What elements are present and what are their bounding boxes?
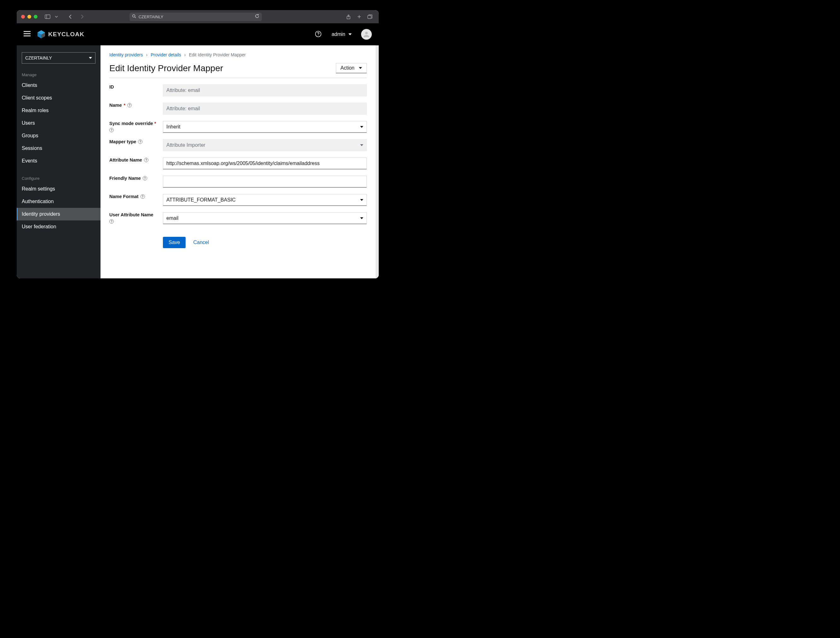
brand-logo[interactable]: KEYCLOAK: [36, 29, 84, 39]
chevron-right-icon: ›: [184, 52, 186, 57]
help-icon[interactable]: ?: [109, 128, 114, 132]
breadcrumb: Identity providers › Provider details › …: [109, 52, 367, 57]
svg-point-18: [365, 32, 368, 34]
save-button[interactable]: Save: [163, 237, 185, 248]
titlebar: [17, 10, 379, 23]
sidebar-item-label: Realm settings: [22, 186, 55, 192]
name-field: Attribute: email: [163, 103, 367, 115]
user-attribute-name-select[interactable]: email: [163, 212, 367, 224]
nav-menu-button[interactable]: [24, 30, 30, 38]
label-name-format: Name Format ?: [109, 194, 157, 199]
svg-marker-19: [89, 57, 92, 59]
sidebar-toggle-icon[interactable]: [43, 13, 52, 21]
sidebar-item-clients[interactable]: Clients: [17, 79, 101, 92]
form-row-mapper-type: Mapper type ? Attribute Importer: [109, 139, 367, 151]
help-icon[interactable]: ?: [109, 219, 114, 224]
sidebar-item-sessions[interactable]: Sessions: [17, 142, 101, 155]
svg-marker-20: [359, 67, 362, 69]
friendly-name-input[interactable]: [166, 176, 363, 187]
help-icon[interactable]: ?: [144, 158, 149, 162]
label-attribute-name: Attribute Name ?: [109, 158, 157, 163]
minimize-window-icon[interactable]: [27, 15, 31, 19]
field-value: Attribute: email: [166, 88, 200, 93]
mapper-type-select: Attribute Importer: [163, 139, 367, 151]
help-icon[interactable]: ?: [143, 176, 147, 180]
sidebar-item-label: Identity providers: [22, 211, 60, 217]
sidebar-item-realm-roles[interactable]: Realm roles: [17, 104, 101, 117]
user-menu[interactable]: admin: [331, 32, 352, 37]
sidebar-item-label: Client scopes: [22, 95, 52, 101]
tab-overview-icon[interactable]: [365, 13, 374, 21]
label-text: Mapper type: [109, 139, 136, 144]
label-friendly-name: Friendly Name ?: [109, 176, 157, 181]
action-dropdown[interactable]: Action: [336, 63, 367, 73]
breadcrumb-link-provider-details[interactable]: Provider details: [150, 52, 181, 57]
new-tab-icon[interactable]: [355, 13, 364, 21]
help-icon[interactable]: ?: [141, 194, 145, 199]
sidebar-item-label: Sessions: [22, 145, 42, 151]
avatar[interactable]: [361, 29, 372, 39]
maximize-window-icon[interactable]: [34, 15, 38, 19]
form-row-friendly-name: Friendly Name ?: [109, 176, 367, 188]
chevron-down-icon[interactable]: [52, 13, 61, 21]
name-format-select[interactable]: ATTRIBUTE_FORMAT_BASIC: [163, 194, 367, 206]
caret-down-icon: [360, 217, 363, 220]
sidebar-item-users[interactable]: Users: [17, 117, 101, 129]
page-title: Edit Identity Provider Mapper: [109, 63, 223, 73]
main-content: Identity providers › Provider details › …: [101, 45, 379, 278]
sidebar-section-manage: Manage: [17, 69, 101, 79]
sidebar-item-client-scopes[interactable]: Client scopes: [17, 92, 101, 104]
sidebar-item-label: Users: [22, 120, 35, 126]
sidebar-item-realm-settings[interactable]: Realm settings: [17, 183, 101, 195]
sidebar-item-identity-providers[interactable]: Identity providers: [17, 208, 101, 220]
required-indicator: *: [124, 103, 126, 108]
form-row-sync-mode: Sync mode override * ? Inherit: [109, 121, 367, 133]
search-icon: [132, 14, 136, 19]
select-value: Attribute Importer: [166, 142, 206, 148]
help-button[interactable]: [315, 31, 322, 38]
label-text: Name: [109, 103, 122, 108]
address-input[interactable]: [139, 14, 252, 19]
caret-down-icon: [360, 125, 363, 128]
caret-down-icon: [360, 144, 363, 147]
sidebar-item-groups[interactable]: Groups: [17, 129, 101, 142]
address-bar[interactable]: [130, 13, 262, 21]
help-icon[interactable]: ?: [138, 139, 142, 144]
sidebar: CZERTAINLY Manage Clients Client scopes …: [17, 45, 101, 278]
required-indicator: *: [154, 121, 156, 126]
svg-line-3: [135, 17, 136, 18]
label-text: ID: [109, 84, 114, 89]
select-value: ATTRIBUTE_FORMAT_BASIC: [166, 197, 236, 203]
svg-marker-21: [360, 126, 363, 128]
label-text: Attribute Name: [109, 158, 142, 163]
label-user-attribute-name: User Attribute Name ?: [109, 212, 157, 224]
attribute-name-input[interactable]: [166, 158, 363, 169]
sidebar-item-events[interactable]: Events: [17, 155, 101, 167]
user-name: admin: [331, 32, 345, 37]
breadcrumb-link-identity-providers[interactable]: Identity providers: [109, 52, 143, 57]
svg-point-2: [132, 15, 135, 17]
breadcrumb-current: Edit Identity Provider Mapper: [189, 52, 246, 57]
sidebar-item-user-federation[interactable]: User federation: [17, 220, 101, 233]
reload-icon[interactable]: [255, 14, 259, 19]
sidebar-item-authentication[interactable]: Authentication: [17, 195, 101, 208]
form-row-name-format: Name Format ? ATTRIBUTE_FORMAT_BASIC: [109, 194, 367, 206]
nav-back-button[interactable]: [66, 13, 75, 21]
person-icon: [363, 31, 370, 38]
chevron-right-icon: ›: [146, 52, 148, 57]
id-field: Attribute: email: [163, 84, 367, 96]
share-icon[interactable]: [344, 13, 353, 21]
realm-selector[interactable]: CZERTAINLY: [22, 52, 95, 64]
sidebar-item-label: Groups: [22, 133, 38, 139]
form-row-attribute-name: Attribute Name ?: [109, 158, 367, 169]
sidebar-item-label: User federation: [22, 224, 56, 230]
close-window-icon[interactable]: [21, 15, 25, 19]
svg-point-16: [318, 35, 319, 36]
field-value: Attribute: email: [166, 106, 200, 112]
keycloak-logo-icon: [36, 29, 46, 39]
nav-forward-button: [78, 13, 87, 21]
svg-marker-24: [360, 217, 363, 219]
cancel-button[interactable]: Cancel: [193, 240, 209, 245]
sync-mode-select[interactable]: Inherit: [163, 121, 367, 133]
help-icon[interactable]: ?: [127, 103, 132, 107]
